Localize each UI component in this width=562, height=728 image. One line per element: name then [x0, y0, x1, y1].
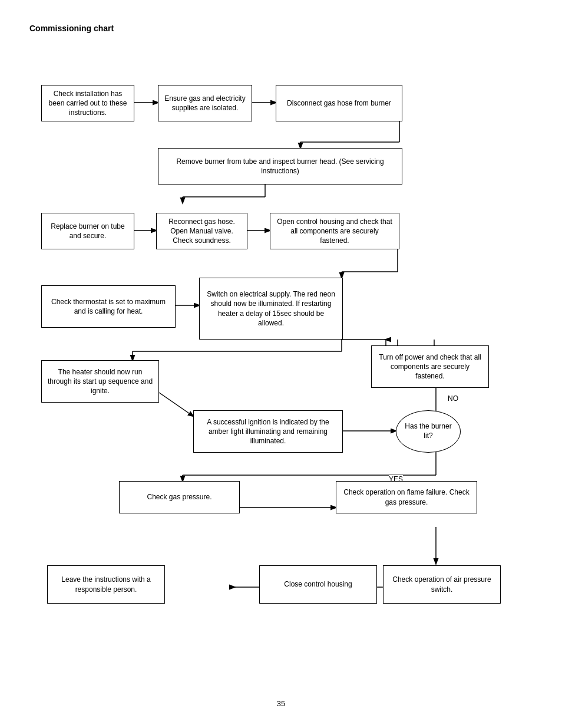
box-turn-off-power: Turn off power and check that all compon… [371, 345, 489, 388]
box-close-control: Close control housing [259, 565, 377, 604]
box-heater-sequence: The heater should now run through its st… [41, 360, 159, 403]
circle-burner-lit: Has the burner lit? [396, 410, 461, 453]
flowchart: Check installation has been carried out … [29, 51, 536, 687]
box-switch-on: Switch on electrical supply. The red neo… [199, 278, 343, 340]
svg-line-20 [159, 393, 193, 416]
box-remove-burner: Remove burner from tube and inspect burn… [158, 148, 402, 185]
box-reconnect-gas: Reconnect gas hose. Open Manual valve. C… [156, 213, 247, 249]
box-check-installation: Check installation has been carried out … [41, 85, 134, 121]
box-check-thermostat: Check thermostat is set to maximum and i… [41, 285, 176, 328]
page-number: 35 [29, 699, 533, 708]
page-title: Commissioning chart [29, 24, 533, 33]
box-successful-ignition: A successful ignition is indicated by th… [193, 410, 343, 453]
box-ensure-gas: Ensure gas and electricity supplies are … [158, 85, 252, 121]
box-leave-instructions: Leave the instructions with a responsibl… [47, 565, 165, 604]
box-check-flame-failure: Check operation on flame failure. Check … [336, 481, 477, 513]
box-check-gas-pressure: Check gas pressure. [119, 481, 240, 513]
box-disconnect-gas: Disconnect gas hose from burner [276, 85, 402, 121]
box-replace-burner: Replace burner on tube and secure. [41, 213, 134, 249]
box-open-control: Open control housing and check that all … [270, 213, 399, 249]
label-no: NO [448, 394, 458, 403]
box-check-air-pressure: Check operation of air pressure switch. [383, 565, 501, 604]
